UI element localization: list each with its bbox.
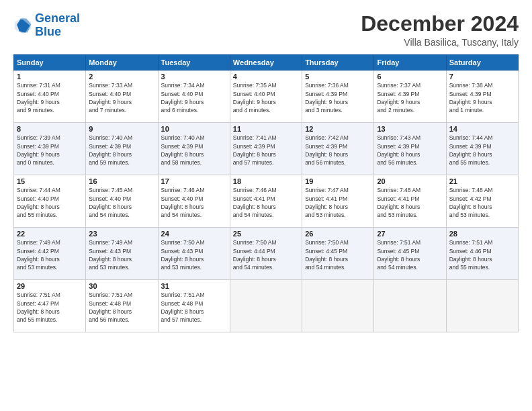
day-number: 8 bbox=[17, 125, 83, 133]
day-info: Sunrise: 7:39 AMSunset: 4:39 PMDaylight:… bbox=[17, 134, 83, 167]
calendar-cell: 20Sunrise: 7:48 AMSunset: 4:41 PMDayligh… bbox=[374, 175, 446, 228]
day-info: Sunrise: 7:44 AMSunset: 4:40 PMDaylight:… bbox=[17, 186, 83, 219]
weekday-header-sunday: Sunday bbox=[14, 55, 86, 71]
logo-line2: Blue bbox=[35, 25, 61, 38]
day-info: Sunrise: 7:51 AMSunset: 4:47 PMDaylight:… bbox=[17, 291, 83, 324]
day-info: Sunrise: 7:40 AMSunset: 4:39 PMDaylight:… bbox=[89, 134, 154, 167]
week-row-2: 8Sunrise: 7:39 AMSunset: 4:39 PMDaylight… bbox=[14, 123, 519, 175]
calendar: SundayMondayTuesdayWednesdayThursdayFrid… bbox=[13, 54, 519, 332]
calendar-cell: 19Sunrise: 7:47 AMSunset: 4:41 PMDayligh… bbox=[302, 175, 374, 228]
calendar-cell: 1Sunrise: 7:31 AMSunset: 4:40 PMDaylight… bbox=[14, 71, 86, 123]
day-info: Sunrise: 7:35 AMSunset: 4:40 PMDaylight:… bbox=[233, 81, 299, 114]
calendar-cell bbox=[302, 280, 374, 332]
day-number: 21 bbox=[449, 177, 515, 185]
day-info: Sunrise: 7:34 AMSunset: 4:40 PMDaylight:… bbox=[161, 81, 227, 114]
day-number: 26 bbox=[305, 230, 371, 238]
day-number: 10 bbox=[161, 125, 227, 133]
weekday-header-wednesday: Wednesday bbox=[230, 55, 302, 71]
logo-icon bbox=[13, 16, 32, 35]
calendar-cell: 21Sunrise: 7:48 AMSunset: 4:42 PMDayligh… bbox=[446, 175, 518, 228]
weekday-header-thursday: Thursday bbox=[302, 55, 374, 71]
calendar-cell: 11Sunrise: 7:41 AMSunset: 4:39 PMDayligh… bbox=[230, 123, 302, 175]
calendar-cell bbox=[230, 280, 302, 332]
week-row-1: 1Sunrise: 7:31 AMSunset: 4:40 PMDaylight… bbox=[14, 71, 519, 123]
weekday-header-row: SundayMondayTuesdayWednesdayThursdayFrid… bbox=[14, 55, 519, 71]
calendar-cell: 26Sunrise: 7:50 AMSunset: 4:45 PMDayligh… bbox=[302, 228, 374, 280]
day-number: 29 bbox=[17, 282, 83, 290]
calendar-cell: 3Sunrise: 7:34 AMSunset: 4:40 PMDaylight… bbox=[158, 71, 230, 123]
weekday-header-saturday: Saturday bbox=[446, 55, 518, 71]
day-info: Sunrise: 7:47 AMSunset: 4:41 PMDaylight:… bbox=[305, 186, 371, 219]
week-row-5: 29Sunrise: 7:51 AMSunset: 4:47 PMDayligh… bbox=[14, 280, 519, 332]
page: General Blue December 2024 Villa Basilic… bbox=[0, 0, 532, 411]
calendar-cell: 27Sunrise: 7:51 AMSunset: 4:45 PMDayligh… bbox=[374, 228, 446, 280]
day-number: 28 bbox=[449, 230, 515, 238]
day-number: 2 bbox=[89, 73, 154, 81]
day-number: 11 bbox=[233, 125, 299, 133]
day-number: 17 bbox=[161, 177, 227, 185]
day-info: Sunrise: 7:31 AMSunset: 4:40 PMDaylight:… bbox=[17, 81, 83, 114]
calendar-cell: 22Sunrise: 7:49 AMSunset: 4:42 PMDayligh… bbox=[14, 228, 86, 280]
calendar-cell bbox=[446, 280, 518, 332]
calendar-cell: 28Sunrise: 7:51 AMSunset: 4:46 PMDayligh… bbox=[446, 228, 518, 280]
week-row-4: 22Sunrise: 7:49 AMSunset: 4:42 PMDayligh… bbox=[14, 228, 519, 280]
day-info: Sunrise: 7:48 AMSunset: 4:42 PMDaylight:… bbox=[449, 186, 515, 219]
day-info: Sunrise: 7:49 AMSunset: 4:42 PMDaylight:… bbox=[17, 238, 83, 271]
day-number: 6 bbox=[377, 73, 443, 81]
day-number: 23 bbox=[89, 230, 154, 238]
day-number: 18 bbox=[233, 177, 299, 185]
calendar-cell: 16Sunrise: 7:45 AMSunset: 4:40 PMDayligh… bbox=[86, 175, 158, 228]
day-number: 30 bbox=[89, 282, 154, 290]
day-info: Sunrise: 7:33 AMSunset: 4:40 PMDaylight:… bbox=[89, 81, 154, 114]
logo-text: General Blue bbox=[35, 12, 80, 39]
title-block: December 2024 Villa Basilica, Tuscany, I… bbox=[361, 12, 519, 48]
calendar-cell: 25Sunrise: 7:50 AMSunset: 4:44 PMDayligh… bbox=[230, 228, 302, 280]
calendar-cell: 2Sunrise: 7:33 AMSunset: 4:40 PMDaylight… bbox=[86, 71, 158, 123]
logo-line1: General bbox=[35, 11, 80, 25]
day-number: 31 bbox=[161, 282, 227, 290]
day-info: Sunrise: 7:46 AMSunset: 4:40 PMDaylight:… bbox=[161, 186, 227, 219]
day-number: 25 bbox=[233, 230, 299, 238]
calendar-cell: 6Sunrise: 7:37 AMSunset: 4:39 PMDaylight… bbox=[374, 71, 446, 123]
subtitle: Villa Basilica, Tuscany, Italy bbox=[361, 37, 519, 48]
calendar-cell: 5Sunrise: 7:36 AMSunset: 4:39 PMDaylight… bbox=[302, 71, 374, 123]
day-info: Sunrise: 7:46 AMSunset: 4:41 PMDaylight:… bbox=[233, 186, 299, 219]
day-number: 12 bbox=[305, 125, 371, 133]
week-row-3: 15Sunrise: 7:44 AMSunset: 4:40 PMDayligh… bbox=[14, 175, 519, 228]
weekday-header-monday: Monday bbox=[86, 55, 158, 71]
calendar-cell: 10Sunrise: 7:40 AMSunset: 4:39 PMDayligh… bbox=[158, 123, 230, 175]
calendar-cell bbox=[374, 280, 446, 332]
day-number: 1 bbox=[17, 73, 83, 81]
day-info: Sunrise: 7:37 AMSunset: 4:39 PMDaylight:… bbox=[377, 81, 443, 114]
day-number: 3 bbox=[161, 73, 227, 81]
main-title: December 2024 bbox=[361, 12, 519, 36]
calendar-cell: 17Sunrise: 7:46 AMSunset: 4:40 PMDayligh… bbox=[158, 175, 230, 228]
calendar-cell: 23Sunrise: 7:49 AMSunset: 4:43 PMDayligh… bbox=[86, 228, 158, 280]
calendar-cell: 8Sunrise: 7:39 AMSunset: 4:39 PMDaylight… bbox=[14, 123, 86, 175]
day-info: Sunrise: 7:51 AMSunset: 4:46 PMDaylight:… bbox=[449, 238, 515, 271]
day-number: 20 bbox=[377, 177, 443, 185]
calendar-cell: 31Sunrise: 7:51 AMSunset: 4:48 PMDayligh… bbox=[158, 280, 230, 332]
calendar-cell: 24Sunrise: 7:50 AMSunset: 4:43 PMDayligh… bbox=[158, 228, 230, 280]
day-info: Sunrise: 7:40 AMSunset: 4:39 PMDaylight:… bbox=[161, 134, 227, 167]
weekday-header-tuesday: Tuesday bbox=[158, 55, 230, 71]
day-number: 19 bbox=[305, 177, 371, 185]
calendar-cell: 18Sunrise: 7:46 AMSunset: 4:41 PMDayligh… bbox=[230, 175, 302, 228]
day-number: 13 bbox=[377, 125, 443, 133]
calendar-cell: 15Sunrise: 7:44 AMSunset: 4:40 PMDayligh… bbox=[14, 175, 86, 228]
day-info: Sunrise: 7:51 AMSunset: 4:48 PMDaylight:… bbox=[89, 291, 154, 324]
calendar-cell: 9Sunrise: 7:40 AMSunset: 4:39 PMDaylight… bbox=[86, 123, 158, 175]
day-info: Sunrise: 7:51 AMSunset: 4:48 PMDaylight:… bbox=[161, 291, 227, 324]
day-number: 4 bbox=[233, 73, 299, 81]
day-number: 15 bbox=[17, 177, 83, 185]
calendar-cell: 29Sunrise: 7:51 AMSunset: 4:47 PMDayligh… bbox=[14, 280, 86, 332]
day-number: 27 bbox=[377, 230, 443, 238]
day-info: Sunrise: 7:42 AMSunset: 4:39 PMDaylight:… bbox=[305, 134, 371, 167]
day-info: Sunrise: 7:50 AMSunset: 4:45 PMDaylight:… bbox=[305, 238, 371, 271]
day-info: Sunrise: 7:36 AMSunset: 4:39 PMDaylight:… bbox=[305, 81, 371, 114]
day-info: Sunrise: 7:38 AMSunset: 4:39 PMDaylight:… bbox=[449, 81, 515, 114]
day-number: 7 bbox=[449, 73, 515, 81]
day-info: Sunrise: 7:50 AMSunset: 4:43 PMDaylight:… bbox=[161, 238, 227, 271]
day-info: Sunrise: 7:49 AMSunset: 4:43 PMDaylight:… bbox=[89, 238, 154, 271]
calendar-cell: 14Sunrise: 7:44 AMSunset: 4:39 PMDayligh… bbox=[446, 123, 518, 175]
